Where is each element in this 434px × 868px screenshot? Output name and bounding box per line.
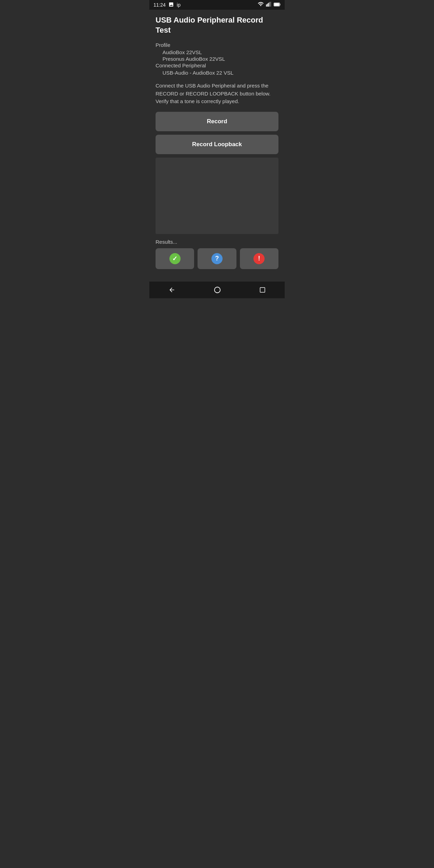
svg-rect-6 — [280, 4, 281, 6]
fail-icon: ! — [253, 253, 265, 264]
svg-rect-1 — [267, 3, 268, 7]
status-bar-left: 11:24 ip — [153, 2, 181, 8]
signal-icon — [266, 2, 272, 8]
pass-icon: ✓ — [169, 253, 181, 264]
battery-icon — [274, 2, 281, 8]
profile-section: Profile AudioBox 22VSL Presonus AudioBox… — [156, 42, 278, 76]
status-bar-right — [258, 2, 281, 8]
profile-name: AudioBox 22VSL — [156, 49, 278, 55]
wifi-icon — [258, 2, 264, 8]
main-content: USB Audio Peripheral Record Test Profile… — [149, 10, 285, 282]
ip-label: ip — [177, 2, 181, 8]
profile-label: Profile — [156, 42, 278, 48]
result-unknown-button[interactable]: ? — [198, 248, 236, 269]
back-button[interactable] — [166, 284, 178, 296]
results-label: Results... — [156, 239, 278, 245]
page-title: USB Audio Peripheral Record Test — [156, 15, 278, 35]
record-button[interactable]: Record — [156, 112, 278, 131]
recent-button[interactable] — [257, 284, 268, 296]
status-bar: 11:24 ip — [149, 0, 285, 10]
result-fail-button[interactable]: ! — [240, 248, 278, 269]
svg-rect-9 — [260, 287, 265, 292]
svg-rect-0 — [266, 5, 267, 7]
unknown-icon: ? — [211, 253, 223, 264]
nav-bar — [149, 282, 285, 298]
waveform-display — [156, 158, 278, 234]
svg-rect-2 — [268, 3, 269, 7]
results-buttons: ✓ ? ! — [156, 248, 278, 269]
svg-rect-7 — [274, 3, 279, 6]
svg-rect-4 — [270, 2, 271, 7]
connected-peripheral-label: Connected Peripheral — [156, 62, 278, 68]
svg-rect-3 — [269, 2, 270, 7]
time-display: 11:24 — [153, 2, 166, 8]
result-pass-button[interactable]: ✓ — [156, 248, 194, 269]
photo-icon — [168, 2, 174, 8]
svg-point-8 — [215, 287, 220, 293]
profile-subname: Presonus AudioBox 22VSL — [156, 56, 278, 62]
instruction-text: Connect the USB Audio Peripheral and pre… — [156, 82, 278, 106]
record-loopback-button[interactable]: Record Loopback — [156, 135, 278, 154]
connected-peripheral-value: USB-Audio - AudioBox 22 VSL — [156, 70, 278, 76]
home-button[interactable] — [211, 283, 224, 297]
